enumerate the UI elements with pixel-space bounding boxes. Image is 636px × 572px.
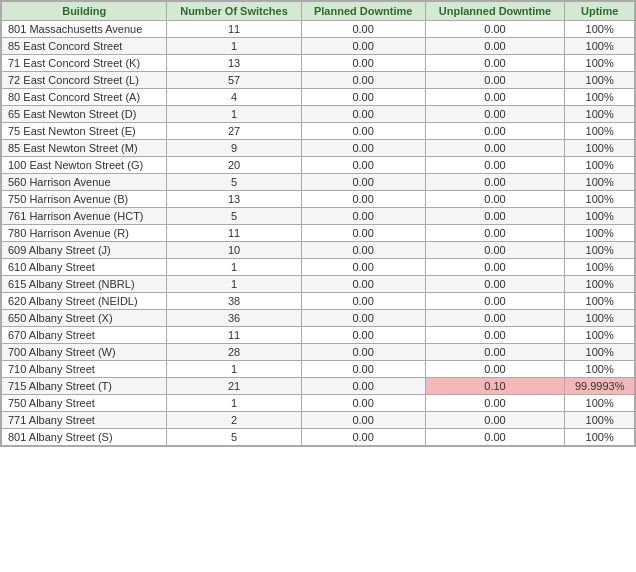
cell-unplanned: 0.00 (425, 208, 565, 225)
cell-planned: 0.00 (301, 38, 425, 55)
cell-building: 761 Harrison Avenue (HCT) (2, 208, 167, 225)
cell-building: 609 Albany Street (J) (2, 242, 167, 259)
table-row: 801 Albany Street (S)50.000.00100% (2, 429, 635, 446)
cell-unplanned: 0.00 (425, 429, 565, 446)
cell-unplanned: 0.00 (425, 327, 565, 344)
cell-planned: 0.00 (301, 106, 425, 123)
cell-building: 85 East Concord Street (2, 38, 167, 55)
cell-switches: 5 (167, 208, 301, 225)
cell-planned: 0.00 (301, 21, 425, 38)
cell-building: 771 Albany Street (2, 412, 167, 429)
cell-unplanned: 0.00 (425, 89, 565, 106)
cell-building: 780 Harrison Avenue (R) (2, 225, 167, 242)
table-row: 609 Albany Street (J)100.000.00100% (2, 242, 635, 259)
cell-building: 65 East Newton Street (D) (2, 106, 167, 123)
table-row: 700 Albany Street (W)280.000.00100% (2, 344, 635, 361)
cell-building: 71 East Concord Street (K) (2, 55, 167, 72)
table-row: 560 Harrison Avenue50.000.00100% (2, 174, 635, 191)
cell-switches: 5 (167, 174, 301, 191)
cell-planned: 0.00 (301, 310, 425, 327)
cell-building: 650 Albany Street (X) (2, 310, 167, 327)
cell-uptime: 100% (565, 242, 635, 259)
cell-building: 75 East Newton Street (E) (2, 123, 167, 140)
cell-switches: 1 (167, 38, 301, 55)
cell-unplanned: 0.00 (425, 21, 565, 38)
cell-uptime: 100% (565, 395, 635, 412)
cell-building: 750 Harrison Avenue (B) (2, 191, 167, 208)
cell-building: 750 Albany Street (2, 395, 167, 412)
cell-unplanned: 0.00 (425, 140, 565, 157)
cell-planned: 0.00 (301, 123, 425, 140)
cell-unplanned: 0.00 (425, 344, 565, 361)
cell-planned: 0.00 (301, 208, 425, 225)
cell-unplanned: 0.00 (425, 157, 565, 174)
cell-building: 801 Albany Street (S) (2, 429, 167, 446)
cell-uptime: 100% (565, 429, 635, 446)
cell-uptime: 100% (565, 140, 635, 157)
cell-building: 610 Albany Street (2, 259, 167, 276)
cell-switches: 36 (167, 310, 301, 327)
cell-switches: 20 (167, 157, 301, 174)
cell-planned: 0.00 (301, 140, 425, 157)
cell-switches: 2 (167, 412, 301, 429)
cell-unplanned: 0.00 (425, 395, 565, 412)
cell-planned: 0.00 (301, 55, 425, 72)
cell-unplanned: 0.00 (425, 412, 565, 429)
cell-building: 710 Albany Street (2, 361, 167, 378)
cell-uptime: 100% (565, 106, 635, 123)
cell-uptime: 100% (565, 225, 635, 242)
cell-planned: 0.00 (301, 361, 425, 378)
cell-unplanned: 0.00 (425, 242, 565, 259)
table-row: 650 Albany Street (X)360.000.00100% (2, 310, 635, 327)
table-row: 780 Harrison Avenue (R)110.000.00100% (2, 225, 635, 242)
cell-planned: 0.00 (301, 344, 425, 361)
cell-switches: 11 (167, 21, 301, 38)
cell-uptime: 100% (565, 276, 635, 293)
table-row: 750 Albany Street10.000.00100% (2, 395, 635, 412)
cell-uptime: 100% (565, 21, 635, 38)
cell-building: 620 Albany Street (NEIDL) (2, 293, 167, 310)
col-building: Building (2, 2, 167, 21)
cell-switches: 28 (167, 344, 301, 361)
cell-switches: 1 (167, 106, 301, 123)
cell-planned: 0.00 (301, 174, 425, 191)
table-row: 761 Harrison Avenue (HCT)50.000.00100% (2, 208, 635, 225)
col-unplanned: Unplanned Downtime (425, 2, 565, 21)
main-table-container: Building Number Of Switches Planned Down… (0, 0, 636, 447)
table-row: 615 Albany Street (NBRL)10.000.00100% (2, 276, 635, 293)
cell-building: 560 Harrison Avenue (2, 174, 167, 191)
cell-planned: 0.00 (301, 72, 425, 89)
cell-switches: 27 (167, 123, 301, 140)
cell-uptime: 100% (565, 327, 635, 344)
cell-uptime: 100% (565, 208, 635, 225)
cell-uptime: 100% (565, 72, 635, 89)
cell-switches: 1 (167, 259, 301, 276)
cell-uptime: 100% (565, 310, 635, 327)
table-row: 85 East Newton Street (M)90.000.00100% (2, 140, 635, 157)
cell-uptime: 100% (565, 157, 635, 174)
col-uptime: Uptime (565, 2, 635, 21)
table-row: 715 Albany Street (T)210.000.1099.9993% (2, 378, 635, 395)
cell-switches: 11 (167, 225, 301, 242)
cell-building: 615 Albany Street (NBRL) (2, 276, 167, 293)
cell-planned: 0.00 (301, 327, 425, 344)
cell-planned: 0.00 (301, 293, 425, 310)
cell-building: 85 East Newton Street (M) (2, 140, 167, 157)
cell-uptime: 100% (565, 259, 635, 276)
cell-building: 700 Albany Street (W) (2, 344, 167, 361)
cell-planned: 0.00 (301, 242, 425, 259)
cell-unplanned: 0.00 (425, 225, 565, 242)
table-row: 750 Harrison Avenue (B)130.000.00100% (2, 191, 635, 208)
cell-building: 801 Massachusetts Avenue (2, 21, 167, 38)
cell-switches: 4 (167, 89, 301, 106)
table-row: 80 East Concord Street (A)40.000.00100% (2, 89, 635, 106)
cell-planned: 0.00 (301, 225, 425, 242)
table-row: 801 Massachusetts Avenue110.000.00100% (2, 21, 635, 38)
cell-planned: 0.00 (301, 276, 425, 293)
cell-uptime: 99.9993% (565, 378, 635, 395)
table-row: 710 Albany Street10.000.00100% (2, 361, 635, 378)
table-row: 71 East Concord Street (K)130.000.00100% (2, 55, 635, 72)
cell-unplanned: 0.00 (425, 191, 565, 208)
cell-switches: 5 (167, 429, 301, 446)
cell-switches: 11 (167, 327, 301, 344)
